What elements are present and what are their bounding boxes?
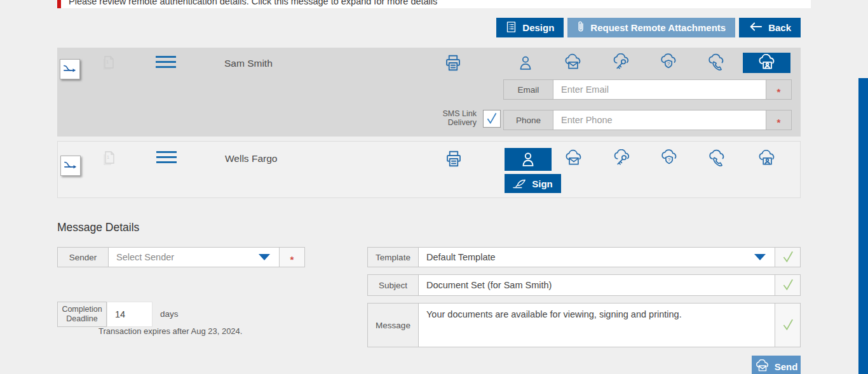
document-count-icon[interactable]: 1 xyxy=(100,54,117,76)
sms-auth-icon[interactable] xyxy=(707,149,726,168)
message-details-heading: Message Details xyxy=(57,221,139,234)
design-button-label: Design xyxy=(522,22,554,33)
key-auth-icon[interactable] xyxy=(611,53,630,72)
recipient-row-wells-fargo: 1 Wells Fargo ? Sign xyxy=(57,141,801,198)
message-textarea[interactable]: Your documents are available for viewing… xyxy=(419,304,775,347)
signer-person-icon[interactable] xyxy=(516,53,535,72)
back-button[interactable]: Back xyxy=(739,18,801,37)
send-envelope-icon xyxy=(755,359,770,373)
sms-auth-icon[interactable] xyxy=(707,53,726,72)
menu-icon[interactable] xyxy=(156,56,176,68)
send-button[interactable]: Send xyxy=(752,356,801,374)
subject-field-group: Subject xyxy=(367,274,801,296)
phone-label: Phone xyxy=(504,110,553,130)
sender-required-flag: * xyxy=(279,248,304,267)
email-delivery-icon[interactable] xyxy=(564,53,583,72)
email-delivery-icon[interactable] xyxy=(564,149,583,168)
toolbar: Design Request Remote Attachments Back xyxy=(0,18,801,37)
sign-button[interactable]: Sign xyxy=(505,174,561,193)
dropdown-caret-icon[interactable] xyxy=(754,254,766,260)
qa-auth-icon[interactable]: ? xyxy=(659,53,678,72)
reorder-button[interactable] xyxy=(60,59,80,79)
message-field-group: Message Your documents are available for… xyxy=(367,303,801,347)
printer-icon[interactable] xyxy=(444,149,463,168)
sender-label: Sender xyxy=(58,248,109,267)
message-valid-flag xyxy=(775,304,800,347)
request-remote-attachments-label: Request Remote Attachments xyxy=(590,22,726,33)
completion-deadline-unit: days xyxy=(160,309,179,319)
checkbox-check-icon xyxy=(485,112,499,126)
valid-check-icon xyxy=(781,278,795,292)
svg-text:1: 1 xyxy=(106,59,109,65)
reorder-button[interactable] xyxy=(60,156,81,176)
alert-severity-bar xyxy=(57,0,61,8)
document-count-icon[interactable]: 1 xyxy=(101,149,118,171)
phone-required-flag: * xyxy=(766,110,791,130)
svg-text:1: 1 xyxy=(107,154,110,160)
subject-field xyxy=(419,275,775,295)
phone-input[interactable] xyxy=(553,110,766,130)
scrollbar-thumb[interactable] xyxy=(858,78,868,374)
alert-message: Please review remote authentication deta… xyxy=(69,0,437,6)
key-auth-icon[interactable] xyxy=(612,149,631,168)
valid-check-icon xyxy=(781,318,795,332)
completion-deadline-label: Completion Deadline xyxy=(57,302,107,327)
qa-auth-icon[interactable]: ? xyxy=(660,149,679,168)
back-button-label: Back xyxy=(768,22,791,33)
back-arrow-icon xyxy=(749,22,763,34)
signer-person-button-selected[interactable] xyxy=(505,148,552,171)
sign-quill-icon xyxy=(513,178,527,189)
subject-valid-flag xyxy=(775,275,800,295)
subject-label: Subject xyxy=(368,275,419,295)
template-value: Default Template xyxy=(426,252,496,262)
template-field-group: Template Default Template xyxy=(367,247,801,267)
dropdown-caret-icon[interactable] xyxy=(259,254,270,260)
email-required-flag: * xyxy=(766,80,791,99)
sms-link-delivery-label: SMS Link Delivery xyxy=(437,109,477,127)
video-id-auth-button-selected[interactable] xyxy=(743,53,790,73)
sender-field-group: Sender Select Sender * xyxy=(57,247,305,267)
signer-person-icon xyxy=(519,150,537,168)
template-valid-flag xyxy=(775,248,800,267)
subject-input[interactable] xyxy=(426,280,767,290)
sender-placeholder: Select Sender xyxy=(116,252,174,262)
email-label: Email xyxy=(504,80,553,99)
printer-icon[interactable] xyxy=(444,53,463,72)
video-id-auth-icon xyxy=(757,54,776,72)
alert-banner[interactable]: Please review remote authentication deta… xyxy=(57,0,811,8)
recipient-row-sam-smith: 1 Sam Smith ? Email * SMS Link Delivery … xyxy=(57,48,801,137)
design-button[interactable]: Design xyxy=(496,18,564,37)
email-field-group: Email * xyxy=(503,79,792,100)
sender-dropdown[interactable]: Select Sender xyxy=(109,248,279,267)
request-remote-attachments-button[interactable]: Request Remote Attachments xyxy=(567,18,735,37)
svg-text:?: ? xyxy=(668,157,671,163)
reorder-icon xyxy=(63,63,77,75)
paperclip-icon xyxy=(577,20,585,35)
recipient-name: Wells Fargo xyxy=(225,153,277,164)
recipient-name: Sam Smith xyxy=(224,58,273,69)
email-input[interactable] xyxy=(553,80,766,99)
menu-icon[interactable] xyxy=(156,151,177,163)
design-doc-icon xyxy=(506,21,517,35)
message-label: Message xyxy=(368,304,419,347)
video-id-auth-icon[interactable] xyxy=(757,149,776,168)
phone-field-group: Phone * xyxy=(503,110,792,130)
completion-deadline-input[interactable] xyxy=(107,302,153,327)
template-dropdown[interactable]: Default Template xyxy=(419,248,775,267)
sms-link-delivery-checkbox[interactable] xyxy=(483,110,501,128)
valid-check-icon xyxy=(781,250,795,264)
template-label: Template xyxy=(368,248,419,267)
sign-button-label: Sign xyxy=(532,178,553,189)
reorder-icon xyxy=(64,160,78,171)
expiry-note: Transaction expires after Aug 23, 2024. xyxy=(98,326,242,336)
send-button-label: Send xyxy=(775,361,798,372)
svg-text:?: ? xyxy=(667,61,670,67)
